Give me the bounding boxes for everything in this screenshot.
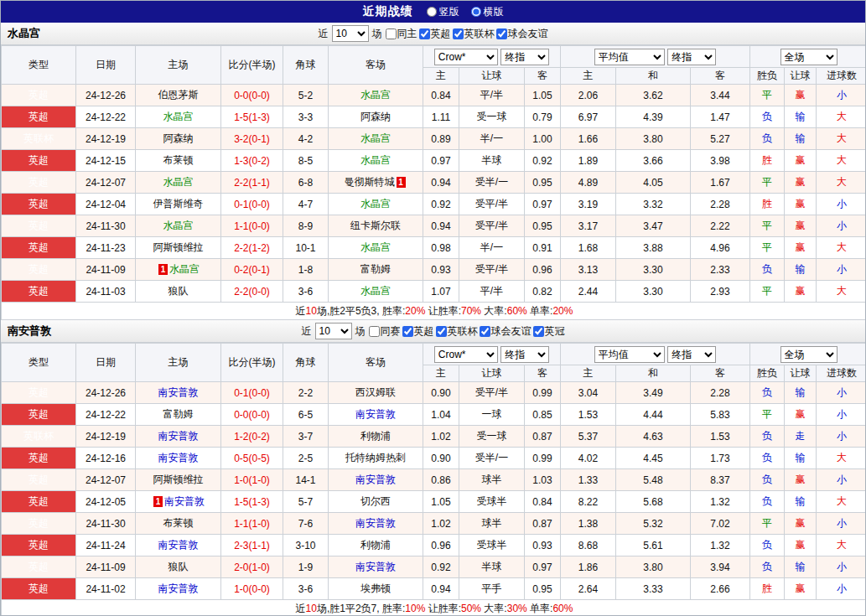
- odds-away: 0.92: [525, 150, 561, 172]
- handicap-result: 输: [785, 106, 817, 128]
- filter-checkbox[interactable]: [402, 326, 413, 337]
- recent-label-suffix: 场: [355, 324, 366, 339]
- league-type: 英超: [2, 578, 76, 600]
- goals-result: 大: [817, 448, 866, 469]
- filter-checkbox[interactable]: [436, 326, 447, 337]
- sub-header-odds-home: 主: [423, 68, 459, 85]
- avg-home: 3.13: [561, 259, 616, 281]
- avg-draw: 3.33: [616, 578, 691, 600]
- avg-home: 1.89: [561, 150, 616, 172]
- result: 负: [750, 448, 785, 469]
- away-team-name: 阿森纳: [360, 111, 391, 122]
- home-team-name: 伊普斯维奇: [153, 198, 204, 210]
- league-type: 英联杯: [2, 426, 76, 448]
- layout-radio-input[interactable]: [471, 7, 481, 17]
- match-date: 24-12-26: [76, 85, 136, 106]
- league-type: 英联杯: [2, 128, 76, 150]
- average-select[interactable]: 平均值: [594, 49, 665, 65]
- red-card-badge: 1: [158, 264, 168, 275]
- filter-英超[interactable]: 英超: [419, 27, 451, 41]
- col-header-away: 客场: [329, 46, 423, 85]
- away-team-name: 水晶宫: [360, 285, 391, 297]
- average-select[interactable]: 平均值: [594, 346, 665, 363]
- avg-away: 2.33: [691, 259, 750, 281]
- home-team-name: 阿森纳: [163, 132, 194, 144]
- odds-away: 0.99: [525, 382, 561, 404]
- odds-handicap: 球半: [459, 469, 525, 491]
- odds-away: 0.85: [525, 404, 561, 426]
- summary-segment: 50%: [461, 603, 481, 614]
- home-team-cell: 水晶宫: [136, 106, 221, 128]
- away-team-cell: 阿森纳: [329, 106, 423, 128]
- home-team-cell: 南安普敦: [136, 535, 221, 556]
- avg-away: 1.73: [691, 448, 750, 469]
- bookmaker-select[interactable]: Crow*: [434, 49, 498, 65]
- odds-handicap: 平手: [459, 578, 525, 600]
- sub-header-avg-away: 客: [691, 68, 750, 85]
- corners: 8-5: [283, 150, 329, 172]
- home-team-name: 南安普敦: [158, 386, 199, 398]
- odds-stage-select[interactable]: 终指: [500, 346, 549, 363]
- odds-home: 1.02: [423, 426, 459, 448]
- corners: 3-6: [283, 281, 329, 303]
- league-type: 英超: [2, 513, 76, 535]
- recent-count-select[interactable]: 10: [315, 323, 352, 339]
- away-team-cell: 利物浦: [329, 535, 423, 556]
- odds-stage-select[interactable]: 终指: [500, 49, 549, 65]
- league-type: 英超: [2, 215, 76, 237]
- corners: 3-10: [283, 535, 329, 556]
- away-team-name: 水晶宫: [360, 198, 391, 210]
- layout-radio-2[interactable]: 横版: [471, 5, 504, 19]
- team-bar: 南安普敦 近 10 场 同赛英超英联杯球会友谊英冠: [1, 320, 865, 343]
- handicap-result: 赢: [785, 578, 817, 600]
- filter-checkbox[interactable]: [496, 28, 507, 39]
- odds-handicap: 半球: [459, 556, 525, 578]
- handicap-result: 赢: [785, 194, 817, 215]
- filter-checkbox[interactable]: [480, 326, 490, 337]
- avg-away: 1.53: [691, 426, 750, 448]
- home-team-name: 狼队: [169, 561, 189, 572]
- filter-checkbox[interactable]: [386, 28, 397, 39]
- layout-radio-input[interactable]: [427, 7, 437, 17]
- match-row: 英超24-11-30布莱顿1-1(1-0)7-6南安普敦1.02球半0.871.…: [2, 513, 866, 535]
- team-bar: 水晶宫 近 10 场 同主英超英联杯球会友谊: [1, 23, 865, 45]
- topbar: 近期战绩 竖版横版: [1, 1, 865, 23]
- corners: 5-2: [283, 85, 329, 106]
- corners: 1-8: [283, 259, 329, 281]
- filter-checkbox[interactable]: [533, 326, 544, 337]
- odds-handicap: 受半/一: [459, 172, 525, 194]
- filter-controls: 近 10 场 同赛英超英联杯球会友谊英冠: [302, 323, 565, 339]
- average-stage-select[interactable]: 终指: [667, 49, 716, 65]
- filter-checkbox[interactable]: [419, 28, 430, 39]
- scope-select[interactable]: 全场: [780, 346, 837, 363]
- col-header-date: 日期: [76, 344, 136, 382]
- layout-radio-1[interactable]: 竖版: [427, 5, 459, 19]
- summary-segment: 70%: [461, 305, 481, 317]
- result: 负: [750, 259, 785, 281]
- avg-away: 1.47: [691, 106, 750, 128]
- avg-away: 1.32: [691, 491, 750, 513]
- filter-同主[interactable]: 同主: [386, 27, 417, 41]
- filter-英联杯[interactable]: 英联杯: [436, 324, 478, 339]
- odds-handicap: 半/一: [459, 128, 525, 150]
- filter-球会友谊[interactable]: 球会友谊: [496, 27, 548, 41]
- sub-header-avg-draw: 和: [616, 68, 691, 85]
- filter-英联杯[interactable]: 英联杯: [453, 27, 495, 41]
- home-team-cell: 阿森纳: [136, 128, 221, 150]
- away-team-name: 富勒姆: [360, 263, 391, 275]
- bookmaker-select[interactable]: Crow*: [434, 346, 498, 363]
- filter-英超[interactable]: 英超: [402, 324, 434, 339]
- recent-count-select[interactable]: 10: [332, 25, 369, 42]
- filter-英冠[interactable]: 英冠: [533, 324, 565, 339]
- league-type: 英超: [2, 150, 76, 172]
- filter-同赛[interactable]: 同赛: [369, 324, 401, 339]
- away-team-name: 纽卡斯尔联: [350, 220, 401, 231]
- filter-checkbox[interactable]: [453, 28, 464, 39]
- match-date: 24-12-07: [76, 469, 136, 491]
- filter-球会友谊[interactable]: 球会友谊: [480, 324, 532, 339]
- scope-select[interactable]: 全场: [780, 49, 837, 65]
- summary-segment: 让胜率:: [425, 305, 461, 317]
- filter-checkbox[interactable]: [369, 326, 380, 337]
- average-stage-select[interactable]: 终指: [667, 346, 716, 363]
- home-team-name: 水晶宫: [163, 220, 194, 231]
